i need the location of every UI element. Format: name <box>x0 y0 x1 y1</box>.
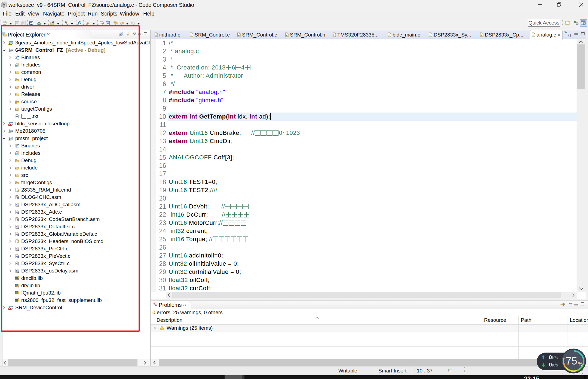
svg-text:.c: .c <box>429 34 431 37</box>
svg-text:.c: .c <box>532 34 534 37</box>
svg-text:.c: .c <box>190 34 192 37</box>
svg-text:%: % <box>578 361 583 367</box>
svg-text:75: 75 <box>566 355 577 367</box>
svg-text:.c: .c <box>155 34 157 37</box>
svg-text:.c: .c <box>238 34 240 37</box>
svg-text:.c: .c <box>388 34 390 37</box>
svg-text:t: t <box>333 34 334 37</box>
svg-text:.c: .c <box>480 34 482 37</box>
svg-text:.c: .c <box>286 34 287 37</box>
